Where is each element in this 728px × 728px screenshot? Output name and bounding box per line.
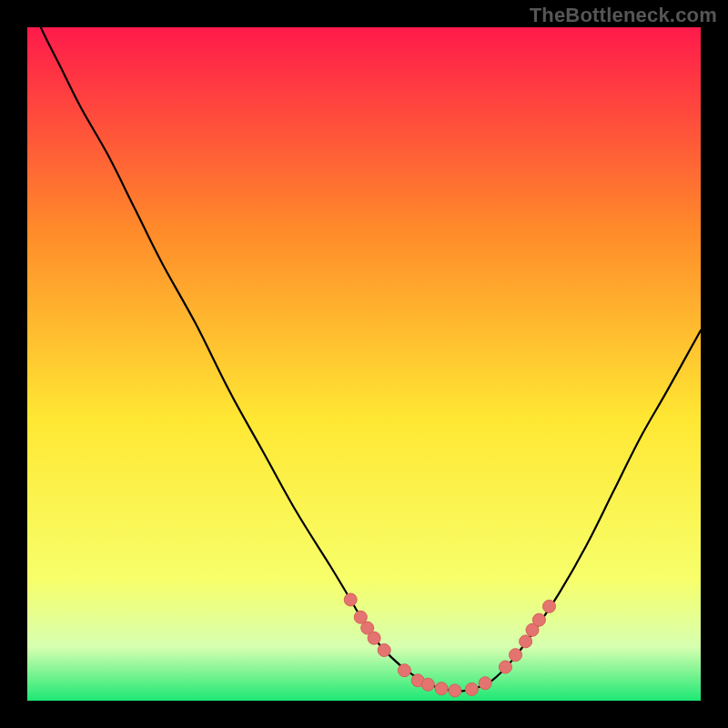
curve-marker: [520, 635, 532, 648]
curve-marker: [398, 664, 410, 677]
curve-marker: [435, 682, 448, 695]
chart-svg: [27, 27, 701, 701]
curve-marker: [532, 613, 545, 626]
curve-marker: [465, 682, 478, 695]
curve-marker: [479, 677, 491, 690]
curve-marker: [344, 593, 357, 606]
chart-background: [27, 27, 701, 701]
curve-marker: [510, 649, 522, 662]
curve-marker: [499, 661, 511, 673]
curve-marker: [543, 600, 556, 612]
curve-marker: [378, 644, 390, 657]
curve-marker: [421, 678, 434, 691]
watermark-label: TheBottleneck.com: [530, 4, 717, 27]
curve-marker: [368, 632, 380, 644]
bottleneck-chart: [27, 27, 701, 701]
curve-marker: [449, 684, 461, 697]
